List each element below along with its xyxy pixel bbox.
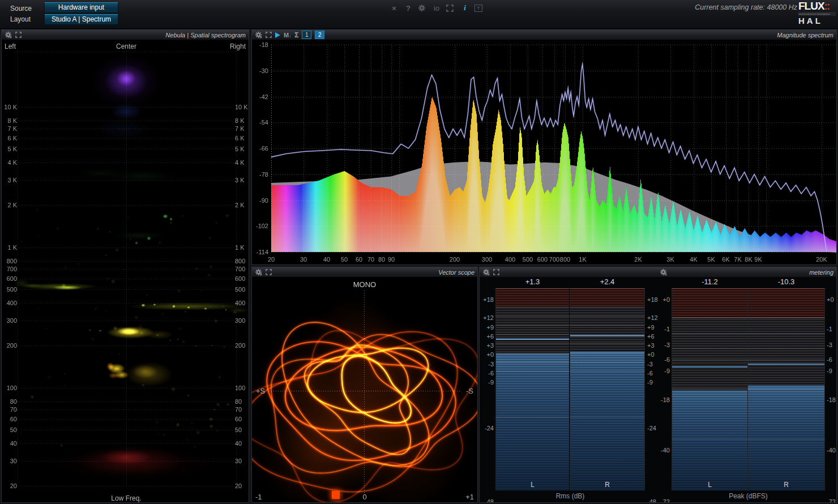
meter-gridline <box>496 362 569 362</box>
close-icon[interactable]: × <box>390 4 399 12</box>
peak-scale-left: +0-1-3-6-9-18-40-72 <box>660 288 671 490</box>
freq-tick-label: 20 <box>2 482 17 489</box>
freq-tick-label: 700 <box>2 266 17 272</box>
meter-dark-zone <box>748 318 824 385</box>
peak-bar-right[interactable] <box>748 288 824 490</box>
meter-scale-tick: -9 <box>826 368 836 374</box>
meter-level-fill <box>496 353 569 490</box>
vectorscope-canvas[interactable] <box>252 277 477 502</box>
spectrogram-canvas[interactable] <box>2 40 249 493</box>
layout-label: Layout <box>10 15 31 23</box>
freq-tick-label: 800 <box>2 258 17 264</box>
fullscreen-icon[interactable] <box>266 269 272 275</box>
freq-tick-label: 4K <box>685 256 703 263</box>
layout-select-button[interactable]: Studio A | Spectrum <box>44 14 118 25</box>
correlation-marker[interactable] <box>332 491 340 499</box>
meter-hold-line <box>496 339 569 340</box>
peak-bar-left[interactable] <box>672 288 747 490</box>
settings-icon[interactable] <box>418 4 427 12</box>
help-icon[interactable]: ? <box>404 4 413 12</box>
settings-icon[interactable] <box>482 268 490 276</box>
channel-1-button[interactable]: 1 <box>302 31 311 39</box>
freq-tick-label: 500 <box>235 286 249 293</box>
meter-scale-tick: +12 <box>646 315 660 321</box>
meter-dark-zone <box>672 318 747 390</box>
panel-title: Magnitude spectrum <box>777 32 833 39</box>
settings-icon[interactable] <box>255 31 262 39</box>
rms-value-right: +2.4 <box>570 277 644 286</box>
meter-scale-tick: -3 <box>826 342 836 348</box>
meter-scale-tick: -72 <box>660 499 671 502</box>
scale-zero: 0 <box>252 493 477 501</box>
freq-tick-label: 600 <box>2 275 17 282</box>
meter-scale-tick: -9 <box>480 379 495 386</box>
meter-scale-tick: +9 <box>480 324 495 331</box>
meter-gridline <box>748 348 824 349</box>
meter-gridline <box>496 417 569 417</box>
peak-channel-right-label: R <box>748 481 824 489</box>
rms-scale-left: +18+12+9+6+3+0-3-6-9-24-48 <box>480 288 495 490</box>
db-tick-label: -78 <box>253 171 268 178</box>
settings-icon[interactable] <box>255 268 262 276</box>
text-tool-icon[interactable]: T <box>474 5 482 12</box>
top-toolbar: Source Layout Hardware input Studio A | … <box>0 0 838 29</box>
rms-axis-label: Rms (dB) <box>496 492 644 500</box>
freq-tick-label: 30 <box>2 458 17 464</box>
meter-gridline <box>570 417 644 417</box>
fullscreen-icon[interactable] <box>446 5 455 12</box>
freq-tick-label: 3 K <box>235 177 249 183</box>
info-icon[interactable]: i <box>460 3 469 12</box>
max-hold-icon[interactable]: M↓ <box>284 32 291 39</box>
freq-tick-label: 3 K <box>2 177 17 183</box>
freq-tick-label: 600 <box>235 275 249 282</box>
freq-tick-label: 8 K <box>2 117 17 124</box>
freq-tick-label: 800 <box>235 258 249 264</box>
meter-scale-tick: -40 <box>660 447 671 454</box>
source-select-button[interactable]: Hardware input <box>44 2 118 13</box>
spectrum-canvas[interactable] <box>252 40 836 255</box>
freq-tick-label: 2K <box>629 256 647 263</box>
meter-scale-tick: +12 <box>480 315 495 321</box>
meter-separator <box>672 288 672 490</box>
freq-tick-label: 200 <box>235 342 249 349</box>
fullscreen-icon[interactable] <box>266 32 272 38</box>
db-tick-label: -66 <box>253 145 268 152</box>
meter-scale-tick: +0 <box>480 352 495 358</box>
meter-scale-tick: -24 <box>646 425 660 432</box>
meter-separator <box>570 288 570 490</box>
settings-icon[interactable] <box>5 31 12 39</box>
settings-icon[interactable] <box>660 268 667 276</box>
meter-red-zone <box>496 288 569 307</box>
vector-scope-panel: Vector scope MONO +S -S -1 0 +1 <box>251 267 478 503</box>
meter-gridline <box>570 334 644 335</box>
rms-bar-left[interactable] <box>496 288 569 490</box>
meter-scale-tick: -40 <box>826 447 836 454</box>
freq-tick-label: 400 <box>2 300 17 306</box>
meter-gridline <box>748 360 824 360</box>
fullscreen-icon[interactable] <box>15 32 22 38</box>
meter-scale-tick: +0 <box>660 297 671 303</box>
meter-gridline <box>570 343 644 344</box>
fullscreen-icon[interactable] <box>493 269 499 275</box>
io-icon[interactable]: io <box>432 4 441 12</box>
freq-tick-label: 60 <box>235 416 249 422</box>
meter-gridline <box>496 325 569 326</box>
meter-scale-tick: +18 <box>646 297 660 303</box>
rms-bar-right[interactable] <box>570 288 644 490</box>
meter-scale-tick: +0 <box>826 297 836 303</box>
meter-gridline <box>748 439 824 439</box>
meter-scale-tick: -6 <box>826 357 836 363</box>
meter-scale-tick: -72 <box>826 499 836 502</box>
play-icon[interactable] <box>275 32 280 38</box>
freq-tick-label: 6 K <box>2 135 17 142</box>
flux-logo: FLUX <box>798 0 824 12</box>
db-tick-label: -114 <box>253 249 268 255</box>
channel-2-button[interactable]: 2 <box>315 31 324 39</box>
db-tick-label: -42 <box>253 93 268 100</box>
meter-gridline <box>496 316 569 317</box>
rms-channel-left-label: L <box>496 481 569 489</box>
rms-value-left: +1.3 <box>496 277 569 286</box>
meter-scale-tick: -6 <box>660 357 671 363</box>
sum-icon[interactable]: Σ <box>294 31 298 39</box>
meter-scale-tick: -24 <box>480 425 495 432</box>
